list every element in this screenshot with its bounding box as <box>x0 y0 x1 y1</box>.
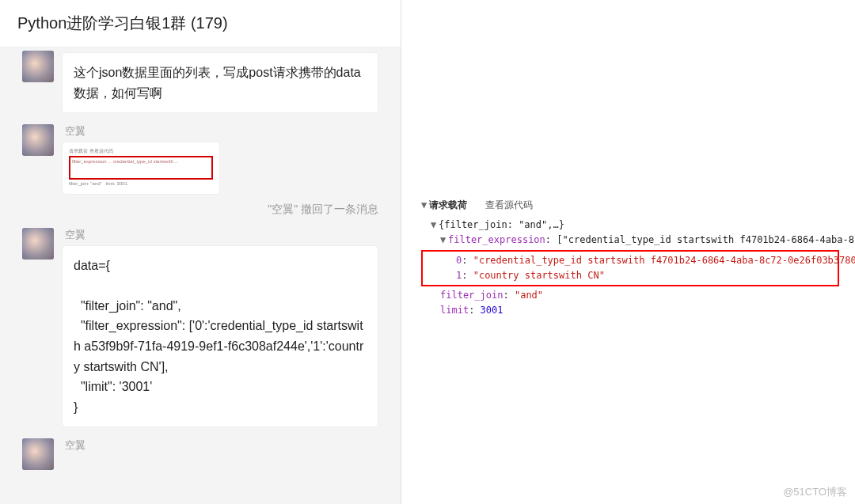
sender-name: 空翼 <box>65 228 393 242</box>
image-thumbnail[interactable]: 请求载荷 查看源代码 filter_expression ... credent… <box>62 142 220 194</box>
highlighted-rows: 0: "credential_type_id startswith f4701b… <box>421 250 839 286</box>
chat-panel: Python进阶学习白银1群 (179) 这个json数据里面的列表，写成pos… <box>0 0 401 504</box>
tab-view-source[interactable]: 查看源代码 <box>485 198 533 213</box>
tree-row[interactable]: filter_join: "and" <box>421 288 839 303</box>
tree-row[interactable]: limit: 3001 <box>421 303 839 318</box>
tree-row[interactable]: 1: "country startswith CN" <box>428 268 833 283</box>
avatar[interactable] <box>22 228 54 260</box>
devtools-tabs: ▼请求载荷 查看源代码 <box>421 198 839 213</box>
devtools-panel: ▼请求载荷 查看源代码 ▼{filter_join: "and",…} ▼fil… <box>401 0 855 504</box>
avatar[interactable] <box>22 438 54 470</box>
chat-body[interactable]: 这个json数据里面的列表，写成post请求携带的data数据，如何写啊 空翼 … <box>0 47 401 504</box>
avatar[interactable] <box>22 51 54 82</box>
chevron-down-icon: ▼ <box>431 218 439 233</box>
tree-row[interactable]: ▼{filter_join: "and",…} <box>421 218 839 233</box>
message-bubble[interactable]: data={ "filter_join": "and", "filter_exp… <box>62 245 378 428</box>
tab-request-payload[interactable]: 请求载荷 <box>429 198 467 213</box>
avatar[interactable] <box>22 124 54 156</box>
chat-message: 空翼 <box>8 438 393 470</box>
sender-name: 空翼 <box>65 438 393 453</box>
chevron-down-icon[interactable]: ▼ <box>421 198 429 213</box>
chat-message: 这个json数据里面的列表，写成post请求携带的data数据，如何写啊 <box>8 51 393 113</box>
chat-message: 空翼 data={ "filter_join": "and", "filter_… <box>8 228 393 428</box>
payload-tree[interactable]: ▼请求载荷 查看源代码 ▼{filter_join: "and",…} ▼fil… <box>421 198 839 318</box>
chat-title: Python进阶学习白银1群 (179) <box>0 0 401 47</box>
tree-row[interactable]: 0: "credential_type_id startswith f4701b… <box>428 253 833 268</box>
chat-message: 空翼 请求载荷 查看源代码 filter_expression ... cred… <box>8 124 393 194</box>
message-bubble[interactable]: 这个json数据里面的列表，写成post请求携带的data数据，如何写啊 <box>62 52 378 113</box>
chevron-down-icon: ▼ <box>440 233 448 248</box>
recall-notice: "空翼" 撤回了一条消息 <box>8 195 393 222</box>
tree-row[interactable]: ▼filter_expression: ["credential_type_id… <box>421 233 839 248</box>
watermark: @51CTO博客 <box>783 485 847 499</box>
sender-name: 空翼 <box>65 124 393 138</box>
